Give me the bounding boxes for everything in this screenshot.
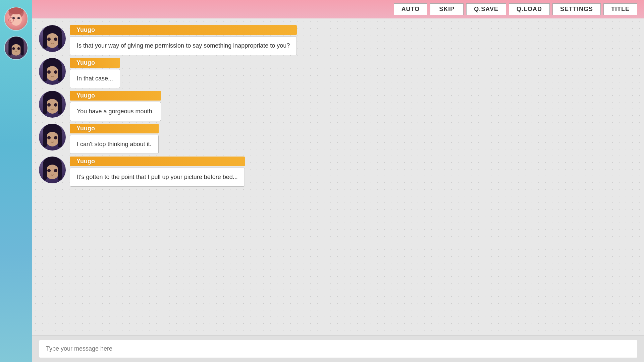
message-content-1: Yuugo Is that your way of giving me perm… <box>70 25 297 55</box>
svg-point-20 <box>46 66 59 81</box>
message-content-4: Yuugo I can't stop thinking about it. <box>70 124 159 154</box>
svg-rect-9 <box>8 43 11 56</box>
sidebar-avatar-dark[interactable] <box>4 36 28 60</box>
svg-point-11 <box>12 47 15 50</box>
svg-point-35 <box>47 136 51 139</box>
yuugo-avatar-2 <box>39 58 66 85</box>
svg-point-29 <box>47 103 51 107</box>
svg-point-24 <box>54 70 57 74</box>
svg-point-4 <box>17 17 20 19</box>
svg-rect-33 <box>43 131 47 147</box>
message-content-5: Yuugo It's gotten to the point that I pu… <box>70 157 245 187</box>
svg-point-12 <box>17 47 20 50</box>
svg-rect-16 <box>58 33 62 49</box>
svg-rect-28 <box>58 98 62 114</box>
speaker-name-2: Yuugo <box>70 58 120 68</box>
title-button[interactable]: TITLE <box>603 3 637 15</box>
speech-bubble-1: Is that your way of giving me permission… <box>70 36 297 55</box>
svg-point-14 <box>46 33 59 48</box>
sidebar: x <box>0 0 32 362</box>
yuugo-avatar-5 <box>39 157 66 183</box>
qload-button[interactable]: Q.LOAD <box>509 3 550 15</box>
svg-point-8 <box>11 44 21 56</box>
svg-rect-27 <box>43 98 47 114</box>
svg-text:x: x <box>10 19 11 22</box>
svg-point-23 <box>47 70 51 74</box>
svg-point-36 <box>54 136 57 139</box>
svg-point-18 <box>54 38 57 41</box>
skip-button[interactable]: SKIP <box>430 3 464 15</box>
speech-bubble-4: I can't stop thinking about it. <box>70 135 159 154</box>
qsave-button[interactable]: Q.SAVE <box>466 3 506 15</box>
speech-bubble-3: You have a gorgeous mouth. <box>70 102 161 121</box>
message-content-3: Yuugo You have a gorgeous mouth. <box>70 91 161 121</box>
message-input[interactable] <box>39 340 637 358</box>
svg-rect-40 <box>58 164 62 180</box>
speaker-name-3: Yuugo <box>70 91 161 101</box>
settings-button[interactable]: SETTINGS <box>552 3 601 15</box>
chat-area: Yuugo Is that your way of giving me perm… <box>32 18 644 335</box>
svg-point-26 <box>46 99 59 114</box>
message-row: Yuugo In that case... <box>39 58 631 88</box>
message-row: Yuugo Is that your way of giving me perm… <box>39 25 631 55</box>
message-row: Yuugo You have a gorgeous mouth. <box>39 91 631 121</box>
speech-bubble-5: It's gotten to the point that I pull up … <box>70 168 245 187</box>
speaker-name-4: Yuugo <box>70 124 159 133</box>
svg-point-38 <box>46 165 59 179</box>
svg-point-17 <box>47 38 51 41</box>
svg-rect-21 <box>43 65 47 81</box>
svg-rect-34 <box>58 131 62 147</box>
yuugo-avatar-1 <box>39 25 66 52</box>
yuugo-avatar-4 <box>39 124 66 150</box>
speech-bubble-2: In that case... <box>70 69 120 88</box>
sidebar-avatar-pink[interactable]: x <box>4 7 28 31</box>
message-content-2: Yuugo In that case... <box>70 58 120 88</box>
svg-rect-15 <box>43 33 47 49</box>
yuugo-avatar-3 <box>39 91 66 118</box>
topbar: AUTO SKIP Q.SAVE Q.LOAD SETTINGS TITLE <box>32 0 644 18</box>
input-bar <box>32 335 644 362</box>
svg-rect-10 <box>20 43 23 56</box>
svg-point-32 <box>46 132 59 146</box>
svg-point-1 <box>10 13 22 26</box>
auto-button[interactable]: AUTO <box>394 3 428 15</box>
speaker-name-5: Yuugo <box>70 157 245 166</box>
speaker-name-1: Yuugo <box>70 25 297 35</box>
svg-rect-39 <box>43 164 47 180</box>
svg-rect-22 <box>58 65 62 81</box>
svg-point-42 <box>54 169 57 172</box>
svg-point-41 <box>47 169 51 172</box>
svg-point-30 <box>54 103 57 107</box>
message-row: Yuugo I can't stop thinking about it. <box>39 124 631 154</box>
message-row: Yuugo It's gotten to the point that I pu… <box>39 157 631 187</box>
main-content: AUTO SKIP Q.SAVE Q.LOAD SETTINGS TITLE <box>32 0 644 362</box>
